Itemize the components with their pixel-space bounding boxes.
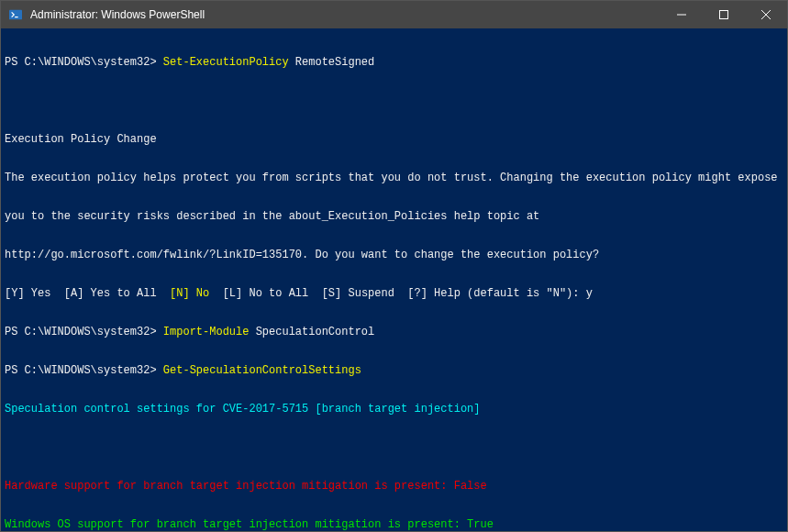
maximize-button[interactable]: [703, 1, 745, 28]
spec-header-1: Speculation control settings for CVE-201…: [5, 403, 783, 416]
svg-rect-3: [720, 11, 728, 19]
prompt-line-2: PS C:\WINDOWS\system32> Import-Module Sp…: [5, 326, 783, 338]
close-icon: [761, 10, 771, 19]
command-text: Get-SpeculationControlSettings: [163, 364, 361, 377]
policy-text: http://go.microsoft.com/fwlink/?LinkID=1…: [5, 249, 783, 261]
command-text: Set-ExecutionPolicy: [163, 56, 289, 69]
policy-text: you to the security risks described in t…: [5, 210, 783, 223]
prompt-line-3: PS C:\WINDOWS\system32> Get-SpeculationC…: [5, 364, 783, 377]
terminal-output[interactable]: PS C:\WINDOWS\system32> Set-ExecutionPol…: [1, 28, 787, 531]
svg-rect-0: [9, 10, 22, 20]
policy-text: The execution policy helps protect you f…: [5, 172, 783, 184]
titlebar[interactable]: Administrator: Windows PowerShell: [1, 1, 787, 28]
prompt-text: PS C:\WINDOWS\system32>: [5, 364, 163, 377]
minimize-button[interactable]: [660, 1, 703, 28]
prompt-text: PS C:\WINDOWS\system32>: [5, 326, 163, 338]
close-button[interactable]: [745, 1, 787, 28]
powershell-icon: [8, 7, 23, 22]
powershell-window: Administrator: Windows PowerShell PS C:\…: [0, 0, 788, 532]
command-text: Import-Module: [163, 326, 250, 338]
prompt-text: PS C:\WINDOWS\system32>: [5, 56, 163, 69]
prompt-line-1: PS C:\WINDOWS\system32> Set-ExecutionPol…: [5, 56, 783, 69]
arg-text: RemoteSigned: [289, 56, 375, 69]
spec-line: Windows OS support for branch target inj…: [5, 518, 783, 531]
spec-line: Hardware support for branch target injec…: [5, 480, 783, 493]
policy-header: Execution Policy Change: [5, 133, 783, 146]
policy-choice: [Y] Yes [A] Yes to All [N] No [L] No to …: [5, 287, 783, 300]
arg-text: SpeculationControl: [249, 326, 374, 338]
minimize-icon: [677, 10, 686, 19]
window-controls: [660, 1, 787, 28]
maximize-icon: [719, 10, 728, 19]
window-title: Administrator: Windows PowerShell: [28, 8, 660, 21]
